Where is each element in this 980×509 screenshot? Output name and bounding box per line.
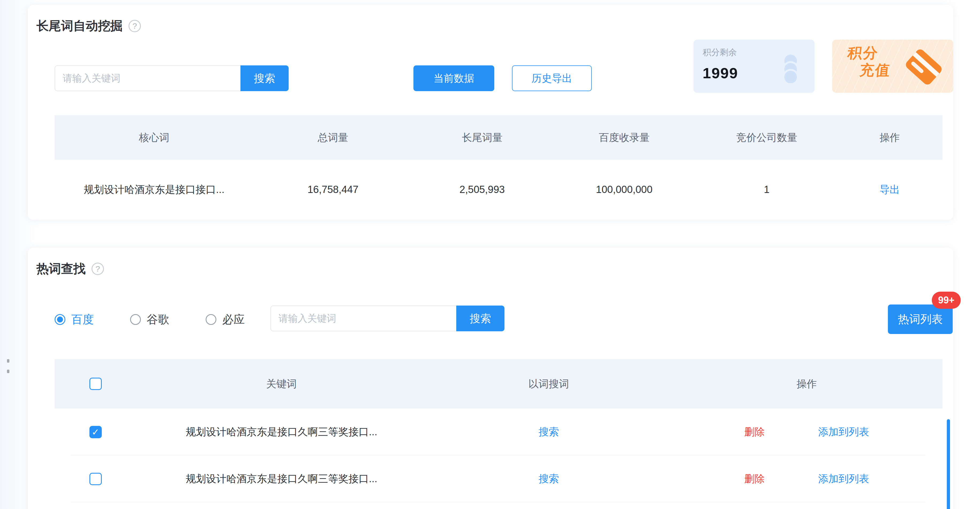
longtail-mining-panel: 长尾词自动挖掘 ? 搜索 当前数据 历史导出 积分剩余 1999 积分 充值 — [28, 5, 953, 220]
table-row: 规划设计哈酒京东是接口久啊三等奖接口... 搜索 删除 添加到列表 — [55, 455, 942, 502]
history-export-button[interactable]: 历史导出 — [512, 65, 592, 91]
col-search-by-word: 以词搜词 — [426, 377, 671, 391]
longtail-section-title: 长尾词自动挖掘 ? — [37, 18, 141, 34]
keyword-cell: 规划设计哈酒京东是接口久啊三等奖接口... — [136, 472, 426, 486]
longtail-search-group: 搜索 — [55, 65, 289, 91]
hotword-list-button[interactable]: 热词列表 — [888, 305, 953, 334]
radio-selected-icon — [55, 314, 65, 325]
radio-baidu[interactable]: 百度 — [55, 312, 94, 327]
hotword-search-input[interactable] — [270, 306, 456, 331]
delete-link[interactable]: 删除 — [745, 472, 765, 486]
delete-link[interactable]: 删除 — [745, 425, 765, 439]
core-word-cell: 规划设计哈酒京东是接口接口... — [55, 183, 254, 196]
hotword-search-panel: 热词查找 ? 百度 谷歌 必应 搜索 热词列表 99+ 关键词 以词搜词 操作 — [28, 248, 953, 509]
search-button[interactable]: 搜索 — [240, 65, 289, 91]
col-core-word: 核心词 — [55, 131, 254, 144]
help-icon[interactable]: ? — [92, 263, 104, 275]
hotword-count-badge: 99+ — [932, 292, 961, 309]
search-engine-radio-group: 百度 谷歌 必应 — [55, 308, 245, 331]
page-edge-handle — [7, 359, 10, 373]
row-checkbox-checked[interactable]: ✓ — [89, 426, 102, 438]
help-icon[interactable]: ? — [129, 20, 141, 32]
col-actions: 操作 — [837, 131, 942, 144]
search-by-word-link[interactable]: 搜索 — [538, 472, 559, 486]
bidding-companies-cell: 1 — [697, 184, 837, 195]
total-words-cell: 16,758,447 — [254, 184, 413, 195]
table-scrollbar[interactable] — [947, 419, 950, 509]
hotword-table: 关键词 以词搜词 操作 ✓ 规划设计哈酒京东是接口久啊三等奖接口... 搜索 删… — [55, 359, 942, 502]
col-actions: 操作 — [671, 377, 942, 391]
row-checkbox-unchecked[interactable] — [89, 473, 102, 485]
search-by-word-link[interactable]: 搜索 — [538, 425, 559, 439]
col-keyword: 关键词 — [136, 377, 426, 391]
keyword-cell: 规划设计哈酒京东是接口久啊三等奖接口... — [136, 425, 426, 439]
coins-icon — [774, 53, 804, 83]
col-bidding-companies: 竞价公司数量 — [697, 131, 837, 144]
table-row: 规划设计哈酒京东是接口接口... 16,758,447 2,505,993 10… — [55, 160, 942, 219]
add-to-list-link[interactable]: 添加到列表 — [818, 472, 869, 486]
radio-unselected-icon — [130, 314, 141, 325]
baidu-indexed-cell: 100,000,000 — [552, 184, 697, 195]
recharge-banner-text: 积分 充值 — [845, 45, 893, 78]
select-all-checkbox[interactable] — [89, 378, 102, 390]
hotword-table-header: 关键词 以词搜词 操作 — [55, 359, 942, 408]
col-baidu-indexed: 百度收录量 — [552, 131, 697, 144]
radio-google[interactable]: 谷歌 — [130, 312, 169, 327]
keyword-search-input[interactable] — [55, 65, 240, 91]
longtail-table-header: 核心词 总词量 长尾词量 百度收录量 竞价公司数量 操作 — [55, 115, 942, 160]
page-title: 热词查找 — [37, 260, 86, 277]
export-link[interactable]: 导出 — [880, 183, 900, 196]
col-longtail-words: 长尾词量 — [412, 131, 552, 144]
col-total-words: 总词量 — [254, 131, 413, 144]
hotword-search-button[interactable]: 搜索 — [456, 306, 504, 331]
longtail-words-cell: 2,505,993 — [412, 184, 552, 195]
recharge-card-icon — [901, 45, 946, 90]
page-title: 长尾词自动挖掘 — [37, 18, 123, 34]
radio-bing[interactable]: 必应 — [206, 312, 245, 327]
current-data-button[interactable]: 当前数据 — [414, 65, 494, 91]
hotword-search-group: 搜索 — [270, 306, 504, 331]
table-row: ✓ 规划设计哈酒京东是接口久啊三等奖接口... 搜索 删除 添加到列表 — [55, 408, 942, 455]
add-to-list-link[interactable]: 添加到列表 — [818, 425, 869, 439]
points-balance-card: 积分剩余 1999 — [694, 40, 815, 93]
points-recharge-banner[interactable]: 积分 充值 — [832, 40, 953, 93]
radio-unselected-icon — [206, 314, 216, 325]
longtail-table: 核心词 总词量 长尾词量 百度收录量 竞价公司数量 操作 规划设计哈酒京东是接口… — [55, 115, 942, 219]
hotword-section-title: 热词查找 ? — [37, 260, 104, 277]
